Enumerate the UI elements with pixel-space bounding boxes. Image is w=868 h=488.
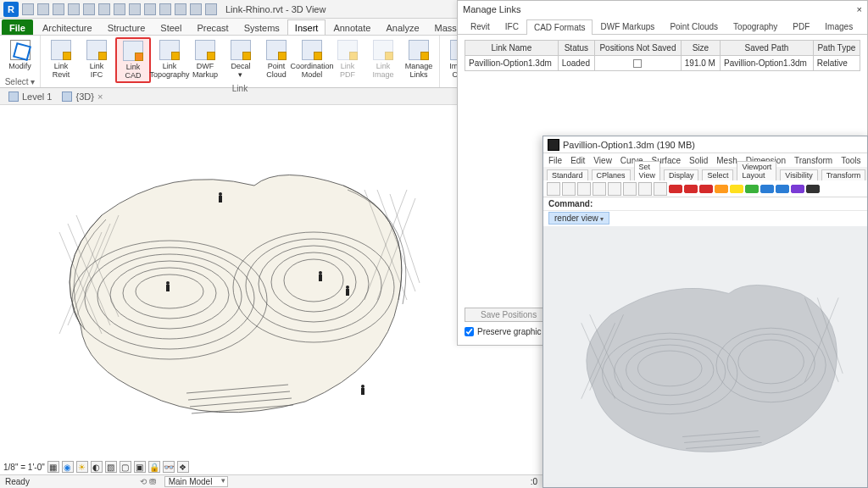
rhino-menu-file[interactable]: File: [548, 156, 562, 165]
link-dwf-markup-button[interactable]: DWFMarkup: [188, 37, 222, 83]
rhino-tool-icon[interactable]: [608, 182, 621, 196]
ml-tab-revit[interactable]: Revit: [463, 19, 498, 34]
crop-visible-icon[interactable]: ▣: [134, 461, 146, 473]
ribbon-tab-structure[interactable]: Structure: [100, 19, 153, 35]
rhino-view-car-icon[interactable]: [745, 185, 759, 193]
col-size[interactable]: Size: [681, 41, 720, 56]
ml-tab-point-clouds[interactable]: Point Clouds: [662, 19, 726, 34]
ribbon-tab-steel[interactable]: Steel: [153, 19, 189, 35]
cell-pos[interactable]: [595, 56, 682, 71]
rhino-tool-icon[interactable]: [562, 182, 576, 196]
ml-tab-pdf[interactable]: PDF: [785, 19, 817, 34]
rhino-tool-icon[interactable]: [577, 182, 591, 196]
render-icon[interactable]: ▧: [105, 461, 117, 473]
link-link-topography-button[interactable]: LinkTopography: [153, 37, 186, 83]
rhino-tool-icon[interactable]: [638, 182, 652, 196]
rhino-titlebar[interactable]: Pavillion-Option1.3dm (190 MB): [543, 136, 867, 153]
rhino-view-car-icon[interactable]: [760, 185, 774, 193]
crop-icon[interactable]: ▢: [120, 461, 131, 473]
close-icon[interactable]: ×: [857, 4, 862, 14]
qat-align-icon[interactable]: [114, 3, 125, 15]
qat-close-icon[interactable]: [175, 3, 186, 15]
checkbox-icon[interactable]: [465, 327, 474, 336]
qat-thin-icon[interactable]: [159, 3, 171, 15]
view-tab-3d[interactable]: {3D} ×: [62, 92, 103, 102]
link-link-revit-button[interactable]: LinkRevit: [44, 37, 78, 83]
ribbon-tab-precast[interactable]: Precast: [189, 19, 236, 35]
ml-tab-images[interactable]: Images: [817, 19, 860, 34]
status-icons[interactable]: ⟲ ⛃: [140, 477, 156, 486]
rhino-tbtab-visibility[interactable]: Visibility: [780, 169, 817, 180]
detail-level-icon[interactable]: ▦: [47, 461, 59, 473]
qat-undo-icon[interactable]: [53, 3, 64, 15]
qat-redo-icon[interactable]: [68, 3, 80, 15]
col-saved-path[interactable]: Saved Path: [721, 41, 814, 56]
col-positions-not-saved[interactable]: Positions Not Saved: [595, 41, 682, 56]
render-view-tag[interactable]: render view: [548, 212, 609, 225]
rhino-menu-mesh[interactable]: Mesh: [716, 156, 737, 165]
ml-tab-cad-formats[interactable]: CAD Formats: [526, 19, 593, 35]
rhino-tbtab-set-view[interactable]: Set View: [634, 161, 660, 180]
rhino-viewport[interactable]: [543, 226, 867, 487]
link-link-cad-button[interactable]: LinkCAD: [115, 37, 151, 83]
reveal-icon[interactable]: ❖: [177, 461, 189, 473]
ribbon-tab-file[interactable]: File: [2, 19, 33, 35]
temp-hide-icon[interactable]: 👓: [163, 461, 175, 473]
rhino-view-car-icon[interactable]: [684, 185, 698, 193]
ribbon-tab-annotate[interactable]: Annotate: [326, 19, 378, 35]
qat-sync-icon[interactable]: [129, 3, 141, 15]
qat-print-icon[interactable]: [83, 3, 95, 15]
rhino-tbtab-display[interactable]: Display: [664, 169, 699, 180]
link-manage-links-button[interactable]: ManageLinks: [402, 37, 436, 83]
viewport-3d[interactable]: [0, 105, 462, 456]
checkbox-icon[interactable]: [633, 59, 642, 68]
rhino-view-car-icon[interactable]: [776, 185, 789, 193]
ml-tab-ifc[interactable]: IFC: [498, 19, 526, 34]
rhino-menu-transform[interactable]: Transform: [794, 156, 832, 165]
qat-switch-icon[interactable]: [190, 3, 202, 15]
qat-open-icon[interactable]: [22, 3, 34, 15]
table-row[interactable]: Pavillion-Option1.3dmLoaded191.0 MPavill…: [465, 56, 860, 71]
rhino-view-car-icon[interactable]: [669, 185, 682, 193]
visual-style-icon[interactable]: ◉: [62, 461, 74, 473]
rhino-tbtab-select[interactable]: Select: [702, 169, 733, 180]
rhino-view-car-icon[interactable]: [715, 185, 728, 193]
rhino-tbtab-viewport-layout[interactable]: Viewport Layout: [737, 161, 776, 180]
qat-measure-icon[interactable]: [98, 3, 110, 15]
rhino-menu-edit[interactable]: Edit: [570, 156, 585, 165]
ml-tab-dwf-markups[interactable]: DWF Markups: [593, 19, 662, 34]
link-link-ifc-button[interactable]: LinkIFC: [80, 37, 114, 83]
rhino-menu-solid[interactable]: Solid: [689, 156, 708, 165]
ribbon-tab-analyze[interactable]: Analyze: [378, 19, 426, 35]
link-point-cloud-button[interactable]: PointCloud: [259, 37, 293, 83]
rhino-view-car-icon[interactable]: [730, 185, 743, 193]
rhino-menu-view[interactable]: View: [593, 156, 612, 165]
rhino-tool-icon[interactable]: [623, 182, 637, 196]
rhino-tool-icon[interactable]: [547, 182, 560, 196]
ribbon-tab-insert[interactable]: Insert: [287, 19, 326, 35]
col-link-name[interactable]: Link Name: [465, 41, 559, 56]
rhino-view-car-icon[interactable]: [806, 185, 820, 193]
col-status[interactable]: Status: [558, 41, 594, 56]
ribbon-tab-systems[interactable]: Systems: [236, 19, 287, 35]
qat-more-icon[interactable]: [205, 3, 217, 15]
main-model-combo[interactable]: Main Model: [164, 476, 229, 487]
rhino-tool-icon[interactable]: [654, 182, 667, 196]
rhino-tool-icon[interactable]: [593, 182, 606, 196]
link-link-pdf-button[interactable]: LinkPDF: [331, 37, 364, 83]
rhino-tbtab-transform[interactable]: Transform: [821, 169, 866, 180]
lock-icon[interactable]: 🔒: [148, 461, 160, 473]
rhino-tbtab-cplanes[interactable]: CPlanes: [592, 169, 631, 180]
ml-tab-topography[interactable]: Topography: [726, 19, 785, 34]
modify-button[interactable]: Modify: [3, 37, 36, 76]
sun-path-icon[interactable]: ☀: [76, 461, 88, 473]
link-coordination-model-button[interactable]: CoordinationModel: [295, 37, 329, 83]
shadows-icon[interactable]: ◐: [91, 461, 103, 473]
rhino-view-car-icon[interactable]: [699, 185, 713, 193]
close-icon[interactable]: ×: [97, 92, 103, 102]
rhino-view-car-icon[interactable]: [791, 185, 804, 193]
rhino-menu-tools[interactable]: Tools: [841, 156, 860, 165]
ribbon-tab-architecture[interactable]: Architecture: [35, 19, 100, 35]
rhino-tbtab-standard[interactable]: Standard: [547, 169, 588, 180]
scale-label[interactable]: 1/8" = 1'-0": [3, 463, 45, 472]
